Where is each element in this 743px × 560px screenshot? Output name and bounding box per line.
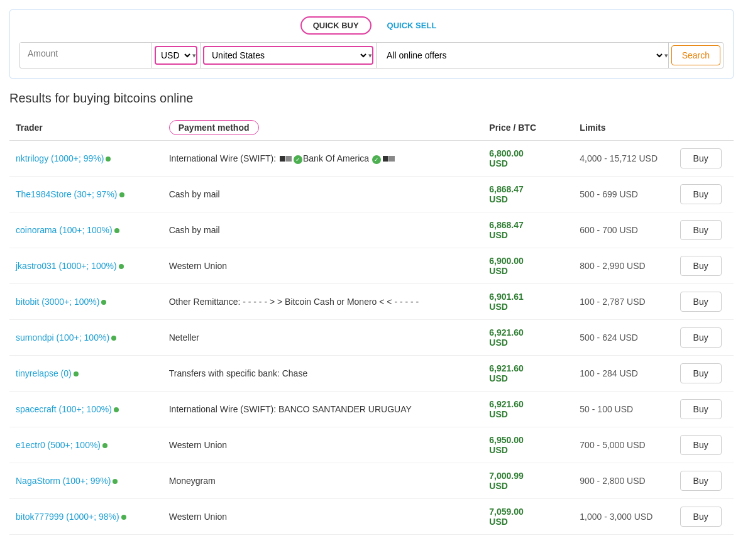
currency-pill: USD EUR GBP ▾ [155, 46, 197, 65]
price-cell: 6,921.60USD [483, 356, 573, 392]
country-container: United States United Kingdom Germany Can… [201, 43, 377, 68]
online-indicator [102, 443, 107, 448]
trader-link[interactable]: NagaStorm (100+; 99%) [16, 476, 111, 486]
limits-cell: 500 - 699 USD [573, 177, 673, 212]
trader-cell: bitok777999 (1000+; 98%) [9, 499, 163, 535]
quick-buy-button[interactable]: QUICK BUY [300, 16, 372, 35]
trader-link[interactable]: coinorama (100+; 100%) [16, 225, 113, 235]
price-cell: 6,950.00USD [483, 427, 573, 463]
amount-input[interactable] [20, 43, 151, 64]
country-pill: United States United Kingdom Germany Can… [203, 46, 373, 65]
currency-select[interactable]: USD EUR GBP [156, 47, 192, 63]
payment-method-cell: Transfers with specific bank: Chase [163, 356, 483, 392]
limits-cell: 4,000 - 15,712 USD [573, 141, 673, 177]
table-row: e1ectr0 (500+; 100%)Western Union6,950.0… [9, 427, 734, 463]
amount-container [20, 43, 152, 68]
buy-button[interactable]: Buy [680, 507, 722, 527]
buy-cell: Buy [674, 499, 734, 535]
trader-link[interactable]: bitobit (3000+; 100%) [16, 297, 99, 307]
table-row: NagaStorm (100+; 99%)Moneygram7,000.99US… [9, 463, 734, 499]
results-title: Results for buying bitcoins online [9, 91, 734, 106]
price-cell: 6,868.47USD [483, 177, 573, 212]
table-header-row: Trader Payment method Price / BTC Limits [9, 115, 734, 141]
table-row: The1984Store (30+; 97%)Cash by mail6,868… [9, 177, 734, 212]
online-indicator [113, 479, 118, 484]
quick-sell-button[interactable]: QUICK SELL [381, 16, 443, 35]
search-button-container: Search [669, 43, 723, 68]
buy-cell: Buy [674, 427, 734, 463]
payment-method-cell: Western Union [163, 427, 483, 463]
online-indicator [119, 192, 124, 197]
online-indicator [106, 156, 111, 162]
limits-cell: 1,000 - 3,000 USD [573, 499, 673, 535]
trader-cell: sumondpi (100+; 100%) [9, 320, 163, 356]
buy-button[interactable]: Buy [680, 399, 722, 419]
price-cell: 7,059.00USD [483, 499, 573, 535]
buy-cell: Buy [674, 320, 734, 356]
payment-method-cell: Western Union [163, 248, 483, 284]
table-row: nktrilogy (1000+; 99%)International Wire… [9, 141, 734, 177]
col-limits: Limits [573, 115, 673, 141]
buy-button[interactable]: Buy [680, 471, 722, 491]
buy-cell: Buy [674, 141, 734, 177]
limits-cell: 900 - 2,800 USD [573, 463, 673, 499]
buy-button[interactable]: Buy [680, 363, 722, 383]
trader-cell: jkastro031 (1000+; 100%) [9, 248, 163, 284]
buy-button[interactable]: Buy [680, 435, 722, 455]
search-bar: USD EUR GBP ▾ United States United Kingd… [19, 42, 724, 69]
buy-button[interactable]: Buy [680, 292, 722, 312]
buy-cell: Buy [674, 463, 734, 499]
trader-cell: tinyrelapse (0) [9, 356, 163, 392]
search-button[interactable]: Search [671, 45, 720, 65]
buy-cell: Buy [674, 392, 734, 427]
payment-method-cell: Cash by mail [163, 212, 483, 248]
trader-cell: The1984Store (30+; 97%) [9, 177, 163, 212]
table-row: sumondpi (100+; 100%)Neteller6,921.60USD… [9, 320, 734, 356]
buy-cell: Buy [674, 177, 734, 212]
buy-cell: Buy [674, 212, 734, 248]
online-indicator [119, 264, 124, 269]
table-row: bitobit (3000+; 100%)Other Remittance: -… [9, 284, 734, 320]
trader-link[interactable]: sumondpi (100+; 100%) [16, 332, 109, 343]
col-trader: Trader [9, 115, 163, 141]
trader-link[interactable]: e1ectr0 (500+; 100%) [16, 440, 101, 450]
online-indicator [121, 515, 126, 520]
price-cell: 6,900.00USD [483, 248, 573, 284]
payment-method-cell: Other Remittance: - - - - - > > Bitcoin … [163, 284, 483, 320]
limits-cell: 50 - 100 USD [573, 392, 673, 427]
offers-container: All online offers Cash by mail Western U… [377, 43, 669, 68]
limits-cell: 500 - 624 USD [573, 320, 673, 356]
table-row: coinorama (100+; 100%)Cash by mail6,868.… [9, 212, 734, 248]
online-indicator [114, 407, 119, 412]
payment-method-cell: Western Union [163, 499, 483, 535]
payment-method-cell: International Wire (SWIFT): ✓Bank Of Ame… [163, 141, 483, 177]
limits-cell: 100 - 2,787 USD [573, 284, 673, 320]
trader-cell: spacecraft (100+; 100%) [9, 392, 163, 427]
trader-link[interactable]: The1984Store (30+; 97%) [16, 189, 118, 199]
buy-cell: Buy [674, 248, 734, 284]
search-container: QUICK BUY QUICK SELL USD EUR GBP ▾ Unite… [9, 9, 734, 79]
online-indicator [101, 300, 106, 305]
trader-link[interactable]: jkastro031 (1000+; 100%) [16, 261, 117, 271]
trader-link[interactable]: tinyrelapse (0) [16, 368, 72, 378]
limits-cell: 800 - 2,990 USD [573, 248, 673, 284]
buy-cell: Buy [674, 356, 734, 392]
buy-button[interactable]: Buy [680, 256, 722, 276]
trader-link[interactable]: bitok777999 (1000+; 98%) [16, 512, 119, 522]
trader-link[interactable]: spacecraft (100+; 100%) [16, 404, 112, 414]
buy-button[interactable]: Buy [680, 184, 722, 204]
buy-button[interactable]: Buy [680, 220, 722, 240]
online-indicator [111, 336, 116, 341]
currency-dropdown-icon: ▾ [192, 52, 196, 60]
online-indicator [114, 228, 119, 233]
price-cell: 6,800.00USD [483, 141, 573, 177]
results-table: Trader Payment method Price / BTC Limits… [9, 115, 734, 535]
price-cell: 6,921.60USD [483, 392, 573, 427]
offers-select[interactable]: All online offers Cash by mail Western U… [377, 44, 664, 67]
country-select[interactable]: United States United Kingdom Germany Can… [204, 47, 368, 63]
trader-link[interactable]: nktrilogy (1000+; 99%) [16, 153, 104, 163]
price-cell: 7,000.99USD [483, 463, 573, 499]
buy-button[interactable]: Buy [680, 148, 722, 168]
payment-method-cell: Neteller [163, 320, 483, 356]
buy-button[interactable]: Buy [680, 327, 722, 348]
